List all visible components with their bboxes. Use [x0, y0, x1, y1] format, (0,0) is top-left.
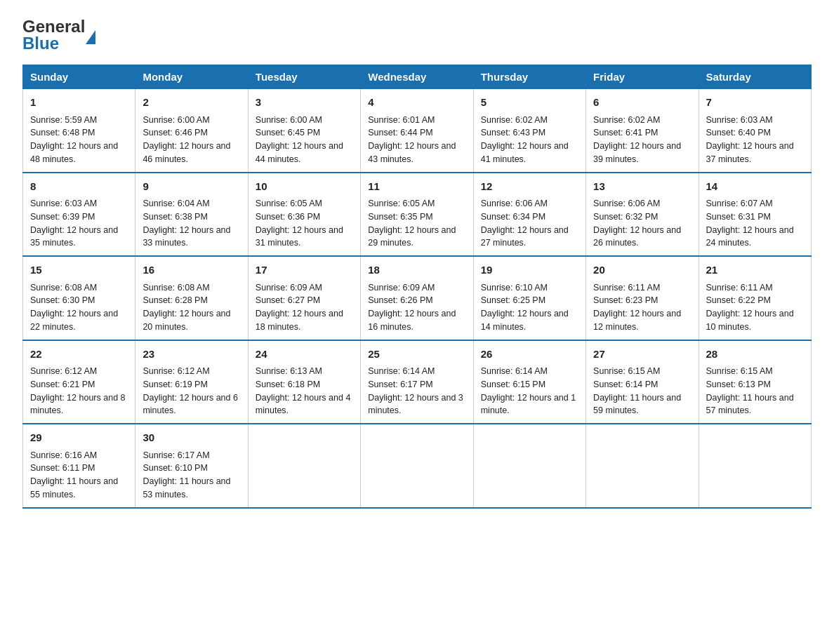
logo-blue-word: Blue — [22, 34, 59, 53]
weekday-header-thursday: Thursday — [473, 65, 585, 89]
sunrise-text: Sunrise: 6:13 AM — [256, 366, 322, 376]
weekday-header-tuesday: Tuesday — [248, 65, 360, 89]
calendar-cell — [248, 424, 360, 508]
sunset-text: Sunset: 6:38 PM — [143, 212, 207, 222]
sunrise-text: Sunrise: 6:00 AM — [143, 115, 209, 125]
calendar-cell: 1Sunrise: 5:59 AMSunset: 6:48 PMDaylight… — [23, 89, 135, 173]
sunset-text: Sunset: 6:46 PM — [143, 128, 207, 137]
calendar-cell: 5Sunrise: 6:02 AMSunset: 6:43 PMDaylight… — [473, 89, 585, 173]
day-number: 21 — [706, 262, 804, 279]
day-number: 24 — [256, 347, 353, 363]
day-number: 19 — [481, 262, 578, 279]
page-header: General Blue — [22, 17, 812, 53]
sunset-text: Sunset: 6:14 PM — [593, 380, 658, 389]
calendar-cell: 6Sunrise: 6:02 AMSunset: 6:41 PMDaylight… — [586, 89, 699, 173]
daylight-text: Daylight: 11 hours and 55 minutes. — [30, 476, 118, 499]
sunset-text: Sunset: 6:43 PM — [481, 128, 545, 137]
daylight-text: Daylight: 12 hours and 46 minutes. — [143, 141, 230, 164]
sunset-text: Sunset: 6:22 PM — [706, 295, 771, 305]
daylight-text: Daylight: 11 hours and 53 minutes. — [143, 476, 230, 499]
calendar-cell: 13Sunrise: 6:06 AMSunset: 6:32 PMDayligh… — [586, 173, 699, 257]
sunset-text: Sunset: 6:30 PM — [30, 295, 95, 305]
day-number: 22 — [30, 347, 128, 363]
weekday-header-friday: Friday — [586, 65, 699, 89]
calendar-week-row: 22Sunrise: 6:12 AMSunset: 6:21 PMDayligh… — [23, 340, 812, 424]
sunrise-text: Sunrise: 6:16 AM — [30, 450, 97, 460]
daylight-text: Daylight: 12 hours and 20 minutes. — [143, 309, 230, 332]
daylight-text: Daylight: 12 hours and 12 minutes. — [593, 309, 681, 332]
daylight-text: Daylight: 12 hours and 6 minutes. — [143, 393, 238, 416]
sunset-text: Sunset: 6:48 PM — [30, 128, 95, 137]
sunrise-text: Sunrise: 6:02 AM — [481, 115, 548, 125]
sunset-text: Sunset: 6:11 PM — [30, 463, 95, 473]
day-number: 20 — [593, 262, 691, 279]
calendar-cell: 12Sunrise: 6:06 AMSunset: 6:34 PMDayligh… — [473, 173, 585, 257]
sunset-text: Sunset: 6:25 PM — [481, 295, 545, 305]
daylight-text: Daylight: 12 hours and 35 minutes. — [30, 225, 118, 248]
day-number: 2 — [143, 95, 240, 111]
daylight-text: Daylight: 12 hours and 24 minutes. — [706, 225, 794, 248]
day-number: 5 — [481, 95, 578, 111]
calendar-cell: 27Sunrise: 6:15 AMSunset: 6:14 PMDayligh… — [586, 340, 699, 424]
weekday-header-monday: Monday — [135, 65, 248, 89]
calendar-cell: 23Sunrise: 6:12 AMSunset: 6:19 PMDayligh… — [135, 340, 248, 424]
daylight-text: Daylight: 12 hours and 33 minutes. — [143, 225, 230, 248]
day-number: 23 — [143, 347, 240, 363]
day-number: 14 — [706, 179, 804, 195]
sunrise-text: Sunrise: 6:12 AM — [143, 366, 209, 376]
day-number: 8 — [30, 179, 128, 195]
sunrise-text: Sunrise: 6:14 AM — [481, 366, 548, 376]
sunset-text: Sunset: 6:44 PM — [368, 128, 432, 137]
sunset-text: Sunset: 6:26 PM — [368, 295, 432, 305]
daylight-text: Daylight: 12 hours and 41 minutes. — [481, 141, 569, 164]
daylight-text: Daylight: 12 hours and 22 minutes. — [30, 309, 118, 332]
sunrise-text: Sunrise: 6:09 AM — [256, 283, 322, 293]
calendar-week-row: 8Sunrise: 6:03 AMSunset: 6:39 PMDaylight… — [23, 173, 812, 257]
sunrise-text: Sunrise: 6:08 AM — [143, 283, 209, 293]
daylight-text: Daylight: 12 hours and 29 minutes. — [368, 225, 456, 248]
calendar-cell: 19Sunrise: 6:10 AMSunset: 6:25 PMDayligh… — [473, 256, 585, 340]
calendar-cell: 30Sunrise: 6:17 AMSunset: 6:10 PMDayligh… — [135, 424, 248, 508]
calendar-cell: 21Sunrise: 6:11 AMSunset: 6:22 PMDayligh… — [699, 256, 811, 340]
daylight-text: Daylight: 12 hours and 16 minutes. — [368, 309, 456, 332]
day-number: 3 — [256, 95, 353, 111]
daylight-text: Daylight: 12 hours and 39 minutes. — [593, 141, 681, 164]
day-number: 25 — [368, 347, 465, 363]
sunset-text: Sunset: 6:19 PM — [143, 380, 207, 389]
day-number: 16 — [143, 262, 240, 279]
day-number: 15 — [30, 262, 128, 279]
day-number: 26 — [481, 347, 578, 363]
sunset-text: Sunset: 6:13 PM — [706, 380, 771, 389]
daylight-text: Daylight: 12 hours and 4 minutes. — [256, 393, 351, 416]
sunrise-text: Sunrise: 6:05 AM — [368, 199, 435, 208]
calendar-cell: 11Sunrise: 6:05 AMSunset: 6:35 PMDayligh… — [361, 173, 473, 257]
day-number: 28 — [706, 347, 804, 363]
sunrise-text: Sunrise: 6:17 AM — [143, 450, 209, 460]
sunrise-text: Sunrise: 6:14 AM — [368, 366, 435, 376]
day-number: 27 — [593, 347, 691, 363]
daylight-text: Daylight: 12 hours and 10 minutes. — [706, 309, 794, 332]
calendar-cell: 4Sunrise: 6:01 AMSunset: 6:44 PMDaylight… — [361, 89, 473, 173]
sunrise-text: Sunrise: 6:06 AM — [593, 199, 660, 208]
calendar-week-row: 15Sunrise: 6:08 AMSunset: 6:30 PMDayligh… — [23, 256, 812, 340]
calendar-cell: 28Sunrise: 6:15 AMSunset: 6:13 PMDayligh… — [699, 340, 811, 424]
sunrise-text: Sunrise: 6:06 AM — [481, 199, 548, 208]
sunrise-text: Sunrise: 6:15 AM — [706, 366, 773, 376]
sunrise-text: Sunrise: 6:10 AM — [481, 283, 548, 293]
sunset-text: Sunset: 6:40 PM — [706, 128, 771, 137]
sunrise-text: Sunrise: 6:03 AM — [706, 115, 773, 125]
svg-marker-0 — [86, 30, 95, 44]
calendar-cell: 8Sunrise: 6:03 AMSunset: 6:39 PMDaylight… — [23, 173, 135, 257]
calendar-cell: 26Sunrise: 6:14 AMSunset: 6:15 PMDayligh… — [473, 340, 585, 424]
weekday-header-saturday: Saturday — [699, 65, 811, 89]
daylight-text: Daylight: 12 hours and 18 minutes. — [256, 309, 343, 332]
day-number: 9 — [143, 179, 240, 195]
daylight-text: Daylight: 12 hours and 48 minutes. — [30, 141, 118, 164]
calendar-cell: 22Sunrise: 6:12 AMSunset: 6:21 PMDayligh… — [23, 340, 135, 424]
day-number: 7 — [706, 95, 804, 111]
sunrise-text: Sunrise: 6:12 AM — [30, 366, 97, 376]
sunrise-text: Sunrise: 6:03 AM — [30, 199, 97, 208]
daylight-text: Daylight: 12 hours and 3 minutes. — [368, 393, 463, 416]
sunrise-text: Sunrise: 6:00 AM — [256, 115, 322, 125]
calendar-cell: 20Sunrise: 6:11 AMSunset: 6:23 PMDayligh… — [586, 256, 699, 340]
